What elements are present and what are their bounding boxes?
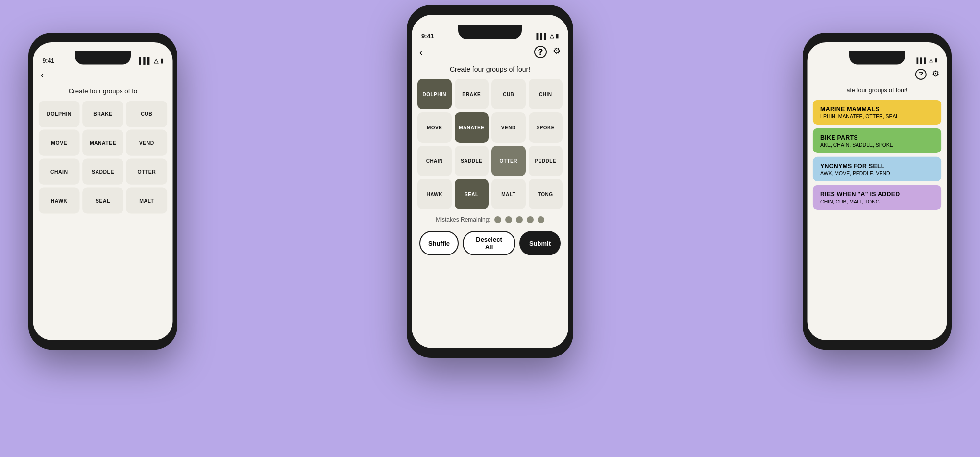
status-icons-left: ▌▌▌ △ ▮ bbox=[139, 57, 163, 64]
tile-chain-center[interactable]: CHAIN bbox=[417, 146, 452, 176]
nav-bar-right: ? ⚙ bbox=[808, 65, 947, 84]
battery-icon: ▮ bbox=[160, 57, 164, 64]
phone-right-notch bbox=[849, 51, 905, 65]
settings-button-right[interactable]: ⚙ bbox=[932, 69, 939, 80]
tile-chain-left[interactable]: CHAIN bbox=[39, 159, 80, 185]
tile-otter-center[interactable]: OTTER bbox=[491, 146, 526, 176]
tile-dolphin-center[interactable]: DOLPHIN bbox=[417, 79, 452, 109]
category-marine-mammals: MARINE MAMMALS LPHIN, MANATEE, OTTER, SE… bbox=[813, 100, 941, 125]
category-ries: RIES WHEN "A" IS ADDED CHIN, CUB, MALT, … bbox=[813, 185, 941, 210]
phone-center-notch bbox=[458, 25, 522, 39]
tile-cub-left[interactable]: CUB bbox=[126, 101, 168, 127]
tile-vend-center[interactable]: VEND bbox=[491, 112, 526, 143]
status-icons-center: ▌▌▌ △ ▮ bbox=[537, 33, 559, 39]
battery-icon-center: ▮ bbox=[556, 33, 559, 39]
subtitle-right: ate four groups of four! bbox=[808, 84, 947, 97]
time-center: 9:41 bbox=[421, 32, 434, 40]
tile-hawk-left[interactable]: HAWK bbox=[39, 187, 80, 213]
dot-1 bbox=[494, 216, 501, 223]
wifi-icon: △ bbox=[154, 57, 159, 64]
nav-icons-right-right: ? ⚙ bbox=[915, 69, 939, 80]
time-left: 9:41 bbox=[43, 57, 55, 64]
shuffle-button[interactable]: Shuffle bbox=[419, 231, 459, 255]
tile-move-left[interactable]: MOVE bbox=[39, 130, 80, 156]
tile-saddle-center[interactable]: SADDLE bbox=[455, 146, 489, 176]
tile-manatee-left[interactable]: MANATEE bbox=[82, 130, 123, 156]
settings-button-center[interactable]: ⚙ bbox=[553, 46, 561, 58]
dot-4 bbox=[527, 216, 534, 223]
phone-right-screen: ▌▌▌ △ ▮ ? ⚙ ate four groups of four! MAR… bbox=[808, 42, 947, 340]
back-button-center[interactable]: ‹ bbox=[419, 47, 423, 58]
category-bike-name: BIKE PARTS bbox=[820, 134, 934, 141]
tile-malt-center[interactable]: MALT bbox=[491, 179, 526, 209]
tile-vend-left[interactable]: VEND bbox=[126, 130, 168, 156]
grid-center: DOLPHIN BRAKE CUB CHIN MOVE MANATEE VEND… bbox=[412, 76, 568, 212]
subtitle-center: Create four groups of four! bbox=[412, 62, 568, 76]
dot-2 bbox=[505, 216, 512, 223]
wifi-icon-right: △ bbox=[929, 57, 933, 63]
phone-left-notch bbox=[75, 51, 131, 65]
submit-button[interactable]: Submit bbox=[519, 231, 561, 255]
phone-left: 9:41 ▌▌▌ △ ▮ ‹ Create four groups of fo … bbox=[28, 33, 177, 350]
tile-spoke-center[interactable]: SPOKE bbox=[529, 112, 563, 143]
nav-bar-center: ‹ ? ⚙ bbox=[412, 42, 568, 62]
tile-seal-center[interactable]: SEAL bbox=[455, 179, 489, 209]
tile-saddle-left[interactable]: SADDLE bbox=[82, 159, 123, 185]
nav-icons-right-center: ? ⚙ bbox=[534, 46, 561, 58]
mistakes-row-center: Mistakes Remaining: bbox=[412, 216, 568, 223]
back-button-left[interactable]: ‹ bbox=[41, 70, 44, 80]
categories-right: MARINE MAMMALS LPHIN, MANATEE, OTTER, SE… bbox=[808, 96, 947, 213]
tile-cub-center[interactable]: CUB bbox=[491, 79, 526, 109]
tile-brake-left[interactable]: BRAKE bbox=[82, 101, 123, 127]
category-bike-words: AKE, CHAIN, SADDLE, SPOKE bbox=[820, 142, 934, 147]
phone-center-screen: 9:41 ▌▌▌ △ ▮ ‹ ? ⚙ Create four groups of… bbox=[412, 15, 568, 348]
dot-5 bbox=[538, 216, 544, 223]
status-icons-right: ▌▌▌ △ ▮ bbox=[916, 57, 937, 63]
help-button-right[interactable]: ? bbox=[915, 69, 927, 80]
battery-icon-right: ▮ bbox=[935, 57, 938, 63]
signal-icon-center: ▌▌▌ bbox=[537, 33, 548, 39]
nav-bar-left: ‹ bbox=[33, 66, 173, 84]
category-synonyms: YNONYMS FOR SELL AWK, MOVE, PEDDLE, VEND bbox=[813, 157, 941, 181]
tile-dolphin-left[interactable]: DOLPHIN bbox=[39, 101, 80, 127]
tile-hawk-center[interactable]: HAWK bbox=[417, 179, 452, 209]
phone-right: ▌▌▌ △ ▮ ? ⚙ ate four groups of four! MAR… bbox=[803, 33, 952, 350]
signal-icon: ▌▌▌ bbox=[139, 57, 151, 64]
phone-left-screen: 9:41 ▌▌▌ △ ▮ ‹ Create four groups of fo … bbox=[33, 42, 173, 340]
tile-chin-center[interactable]: CHIN bbox=[529, 79, 563, 109]
tile-move-center[interactable]: MOVE bbox=[417, 112, 452, 143]
grid-left: DOLPHIN BRAKE CUB MOVE MANATEE VEND CHAI… bbox=[33, 97, 173, 217]
category-ries-name: RIES WHEN "A" IS ADDED bbox=[820, 191, 934, 198]
dot-3 bbox=[516, 216, 523, 223]
deselect-button[interactable]: Deselect All bbox=[463, 231, 515, 255]
tile-manatee-center[interactable]: MANATEE bbox=[455, 112, 489, 143]
category-bike-parts: BIKE PARTS AKE, CHAIN, SADDLE, SPOKE bbox=[813, 128, 941, 153]
category-synonyms-name: YNONYMS FOR SELL bbox=[820, 162, 934, 169]
category-marine-words: LPHIN, MANATEE, OTTER, SEAL bbox=[820, 113, 934, 119]
tile-peddle-center[interactable]: PEDDLE bbox=[529, 146, 563, 176]
tile-otter-left[interactable]: OTTER bbox=[126, 159, 168, 185]
tile-tong-center[interactable]: TONG bbox=[529, 179, 563, 209]
bottom-buttons-center: Shuffle Deselect All Submit bbox=[412, 227, 568, 259]
category-ries-words: CHIN, CUB, MALT, TONG bbox=[820, 199, 934, 204]
tile-malt-left[interactable]: MALT bbox=[126, 187, 168, 213]
subtitle-left: Create four groups of fo bbox=[33, 84, 173, 98]
help-button-center[interactable]: ? bbox=[534, 46, 547, 58]
tile-brake-center[interactable]: BRAKE bbox=[455, 79, 489, 109]
phone-center: 9:41 ▌▌▌ △ ▮ ‹ ? ⚙ Create four groups of… bbox=[407, 5, 573, 358]
category-marine-name: MARINE MAMMALS bbox=[820, 105, 934, 112]
signal-icon-right: ▌▌▌ bbox=[916, 57, 927, 63]
mistakes-label: Mistakes Remaining: bbox=[436, 216, 490, 223]
category-synonyms-words: AWK, MOVE, PEDDLE, VEND bbox=[820, 170, 934, 176]
wifi-icon-center: △ bbox=[550, 33, 554, 39]
tile-seal-left[interactable]: SEAL bbox=[82, 187, 123, 213]
